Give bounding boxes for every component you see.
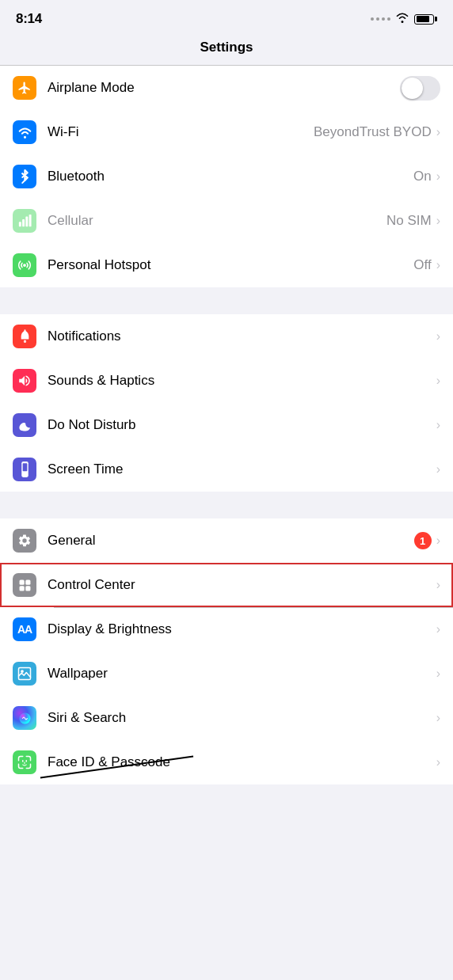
strikethrough-decoration — [40, 755, 193, 778]
svg-point-14 — [21, 670, 24, 673]
settings-row-face-id[interactable]: Face ID & Passcode › — [0, 740, 453, 784]
dnd-label: Do Not Disturb — [48, 417, 436, 433]
settings-group-notifications: Notifications › Sounds & Haptics › Do No… — [0, 314, 453, 492]
airplane-mode-toggle[interactable] — [400, 76, 440, 101]
display-icon-text: AA — [17, 623, 32, 636]
hotspot-value: Off — [413, 257, 431, 273]
wallpaper-icon — [13, 662, 36, 686]
separator-2 — [0, 492, 453, 518]
settings-row-dnd[interactable]: Do Not Disturb › — [0, 403, 453, 447]
display-label: Display & Brightness — [48, 621, 436, 637]
settings-row-siri[interactable]: Siri & Search › — [0, 696, 453, 740]
siri-label: Siri & Search — [48, 710, 436, 726]
cellular-chevron: › — [436, 214, 440, 228]
status-time: 8:14 — [16, 11, 42, 27]
general-icon — [13, 529, 36, 553]
settings-row-control-center[interactable]: Control Center › — [0, 563, 453, 607]
settings-row-wallpaper[interactable]: Wallpaper › — [0, 651, 453, 696]
bluetooth-icon — [13, 165, 36, 188]
bluetooth-label: Bluetooth — [48, 169, 413, 184]
control-center-icon — [13, 573, 36, 597]
wifi-label: Wi-Fi — [48, 124, 314, 140]
control-center-chevron: › — [436, 578, 440, 592]
svg-rect-13 — [25, 586, 30, 591]
cellular-label: Cellular — [48, 213, 386, 229]
sounds-chevron: › — [436, 374, 440, 388]
general-badge: 1 — [414, 532, 432, 549]
settings-row-bluetooth[interactable]: Bluetooth On › — [0, 154, 453, 199]
face-id-label-text: Face ID & Passcode — [48, 754, 170, 770]
svg-rect-2 — [25, 216, 28, 226]
dnd-icon — [13, 413, 36, 437]
face-id-label: Face ID & Passcode — [48, 754, 436, 770]
display-icon: AA — [13, 617, 36, 641]
settings-group-general: General 1 › Control Center › AA Display … — [0, 518, 453, 784]
svg-rect-0 — [18, 222, 21, 226]
sounds-icon — [13, 369, 36, 393]
svg-rect-1 — [22, 218, 25, 226]
settings-row-hotspot[interactable]: Personal Hotspot Off › — [0, 243, 453, 287]
wifi-chevron: › — [436, 125, 440, 139]
settings-row-cellular[interactable]: Cellular No SIM › — [0, 199, 453, 243]
notifications-chevron: › — [436, 329, 440, 344]
page-title-container: Settings — [0, 33, 453, 66]
siri-chevron: › — [436, 711, 440, 725]
svg-rect-12 — [19, 586, 24, 591]
bluetooth-value: On — [413, 169, 432, 184]
airplane-mode-label: Airplane Mode — [48, 80, 400, 96]
display-chevron: › — [436, 622, 440, 636]
screen-time-label: Screen Time — [48, 462, 436, 477]
notifications-icon — [13, 325, 36, 348]
svg-rect-3 — [29, 215, 31, 226]
control-center-label: Control Center — [48, 577, 436, 593]
face-id-chevron: › — [436, 755, 440, 769]
wifi-value: BeyondTrust BYOD — [314, 124, 432, 140]
cellular-icon — [13, 209, 36, 233]
face-id-icon — [13, 750, 36, 774]
screen-time-chevron: › — [436, 462, 440, 477]
settings-row-sounds[interactable]: Sounds & Haptics › — [0, 359, 453, 403]
svg-point-6 — [24, 329, 25, 331]
svg-rect-11 — [25, 579, 30, 584]
sounds-label: Sounds & Haptics — [48, 373, 436, 389]
svg-rect-9 — [23, 476, 26, 477]
settings-row-wifi[interactable]: Wi-Fi BeyondTrust BYOD › — [0, 110, 453, 154]
svg-point-4 — [23, 264, 26, 267]
hotspot-chevron: › — [436, 258, 440, 272]
general-label: General — [48, 533, 414, 549]
svg-rect-8 — [22, 463, 27, 471]
wifi-icon — [395, 12, 409, 26]
dnd-chevron: › — [436, 418, 440, 432]
general-chevron: › — [436, 534, 440, 548]
battery-icon — [414, 14, 437, 25]
settings-group-connectivity: Airplane Mode Wi-Fi BeyondTrust BYOD › — [0, 66, 453, 287]
airplane-mode-icon — [13, 76, 36, 100]
bluetooth-chevron: › — [436, 169, 440, 184]
cellular-value: No SIM — [386, 213, 432, 229]
page-title: Settings — [200, 40, 253, 55]
svg-rect-5 — [24, 340, 26, 341]
separator-1 — [0, 287, 453, 314]
wallpaper-label: Wallpaper — [48, 666, 436, 682]
wifi-settings-icon — [13, 120, 36, 144]
status-icons — [371, 12, 437, 26]
hotspot-label: Personal Hotspot — [48, 257, 413, 273]
notifications-label: Notifications — [48, 329, 436, 344]
settings-row-screen-time[interactable]: Screen Time › — [0, 447, 453, 492]
settings-row-notifications[interactable]: Notifications › — [0, 314, 453, 359]
status-bar: 8:14 — [0, 0, 453, 33]
signal-dots-icon — [371, 17, 390, 21]
wallpaper-chevron: › — [436, 667, 440, 681]
settings-row-general[interactable]: General 1 › — [0, 518, 453, 563]
svg-rect-10 — [19, 579, 24, 584]
siri-icon — [13, 706, 36, 730]
settings-row-airplane-mode[interactable]: Airplane Mode — [0, 66, 453, 110]
screen-time-icon — [13, 458, 36, 481]
settings-row-display[interactable]: AA Display & Brightness › — [0, 607, 453, 651]
hotspot-icon — [13, 253, 36, 277]
